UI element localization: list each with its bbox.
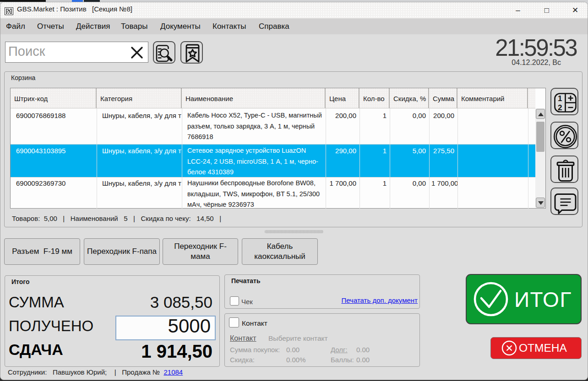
svg-text:2: 2 xyxy=(558,103,562,112)
svg-text:1: 1 xyxy=(558,94,562,103)
